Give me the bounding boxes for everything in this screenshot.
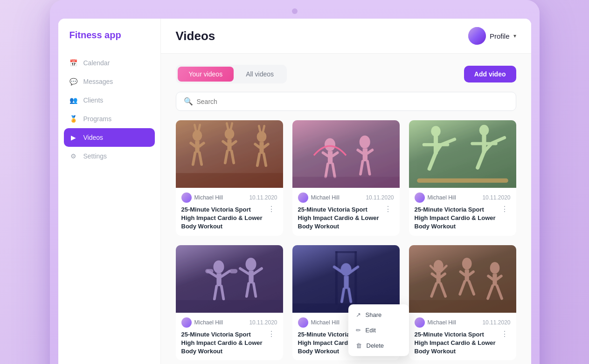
context-menu-item-delete[interactable]: 🗑Delete (348, 338, 409, 353)
video-card-1[interactable]: Michael Hill10.11.202025-Minute Victoria… (176, 120, 283, 236)
programs-icon: 🏅 (69, 115, 78, 123)
tab-all-videos[interactable]: All videos (235, 67, 285, 82)
videos-icon: ▶ (69, 133, 78, 142)
share-icon: ↗ (356, 311, 361, 318)
video-card-wrapper-1: Michael Hill10.11.202025-Minute Victoria… (176, 120, 283, 236)
video-meta-6: Michael Hill10.11.2020 (415, 317, 511, 328)
video-meta-1: Michael Hill10.11.2020 (181, 192, 277, 203)
tab-your-videos[interactable]: Your videos (178, 67, 234, 82)
avatar (468, 27, 486, 45)
calendar-icon: 📅 (69, 59, 78, 67)
author-avatar (181, 317, 192, 328)
title-row-2: 25-Minute Victoria Sport High Impact Car… (298, 206, 394, 231)
sidebar-item-label: Clients (83, 96, 104, 104)
author-name: Michael Hill (311, 194, 340, 201)
sidebar: Fitness app 📅 Calendar 💬 Messages 👥 Clie… (58, 19, 161, 364)
video-date-6: 10.11.2020 (482, 319, 510, 326)
chevron-down-icon: ▾ (513, 33, 516, 39)
share-label: Share (366, 311, 382, 318)
sidebar-item-messages[interactable]: 💬 Messages (58, 72, 160, 91)
sidebar-item-videos[interactable]: ▶ Videos (64, 128, 155, 147)
page-title: Videos (176, 29, 215, 43)
header: Videos Profile ▾ (161, 19, 531, 54)
video-author-4: Michael Hill (181, 317, 223, 328)
author-avatar (298, 192, 308, 203)
context-menu-item-edit[interactable]: ✏Edit (348, 323, 409, 338)
svg-point-39 (490, 262, 499, 274)
add-video-button[interactable]: Add video (464, 66, 516, 82)
context-menu: ↗Share✏Edit🗑Delete (348, 304, 409, 356)
sidebar-item-label: Videos (83, 134, 104, 141)
author-name: Michael Hill (194, 194, 223, 201)
video-card-wrapper-4: Michael Hill10.11.202025-Minute Victoria… (176, 245, 283, 361)
svg-rect-29 (354, 251, 357, 304)
context-menu-item-share[interactable]: ↗Share (348, 307, 409, 323)
sidebar-item-settings[interactable]: ⚙ Settings (58, 147, 160, 165)
messages-icon: 💬 (69, 77, 78, 86)
sidebar-item-label: Settings (83, 152, 107, 160)
svg-rect-10 (327, 151, 332, 164)
svg-point-13 (360, 137, 369, 147)
video-date-3: 10.11.2020 (482, 194, 510, 201)
video-meta-2: Michael Hill10.11.2020 (298, 192, 394, 203)
video-more-button-2[interactable]: ⋮ (382, 206, 394, 213)
title-row-6: 25-Minute Victoria Sport High Impact Car… (415, 330, 511, 356)
video-card-2[interactable]: Michael Hill10.11.202025-Minute Victoria… (292, 120, 400, 236)
clients-icon: 👥 (69, 96, 78, 104)
svg-rect-28 (335, 251, 338, 304)
app-container: Fitness app 📅 Calendar 💬 Messages 👥 Clie… (58, 19, 531, 364)
video-card-4[interactable]: Michael Hill10.11.202025-Minute Victoria… (176, 245, 283, 361)
svg-rect-15 (409, 120, 516, 188)
svg-rect-21 (216, 273, 221, 286)
sidebar-item-label: Calendar (83, 59, 110, 67)
video-more-button-1[interactable]: ⋮ (266, 206, 277, 213)
search-icon: 🔍 (184, 97, 193, 106)
svg-rect-26 (176, 300, 283, 312)
video-more-button-4[interactable]: ⋮ (266, 330, 277, 338)
video-author-5: Michael Hill (298, 317, 340, 328)
svg-rect-12 (362, 148, 367, 161)
laptop-notch (292, 8, 298, 14)
title-row-1: 25-Minute Victoria Sport High Impact Car… (181, 206, 277, 231)
svg-rect-41 (409, 300, 516, 312)
sidebar-item-label: Messages (83, 78, 113, 85)
svg-rect-18 (417, 179, 508, 183)
profile-button[interactable]: Profile ▾ (468, 27, 516, 45)
video-info-4: Michael Hill10.11.202025-Minute Victoria… (176, 313, 283, 361)
video-author-2: Michael Hill (298, 192, 340, 203)
video-card-wrapper-6: Michael Hill10.11.202025-Minute Victoria… (409, 245, 516, 361)
video-meta-4: Michael Hill10.11.2020 (181, 317, 277, 328)
author-name: Michael Hill (311, 319, 340, 326)
title-row-3: 25-Minute Victoria Sport High Impact Car… (415, 206, 511, 231)
video-card-3[interactable]: Michael Hill10.11.202025-Minute Victoria… (409, 120, 516, 236)
title-row-4: 25-Minute Victoria Sport High Impact Car… (181, 330, 277, 356)
sidebar-item-label: Programs (83, 115, 112, 123)
sidebar-item-clients[interactable]: 👥 Clients (58, 91, 160, 110)
svg-rect-32 (344, 276, 348, 289)
author-avatar (415, 317, 425, 328)
video-info-6: Michael Hill10.11.202025-Minute Victoria… (409, 313, 516, 361)
video-title-6: 25-Minute Victoria Sport High Impact Car… (415, 330, 497, 356)
video-more-button-3[interactable]: ⋮ (499, 206, 511, 213)
video-card-wrapper-2: Michael Hill10.11.202025-Minute Victoria… (292, 120, 400, 236)
search-input[interactable] (197, 98, 508, 105)
author-avatar (298, 317, 308, 328)
edit-label: Edit (366, 327, 376, 334)
sidebar-item-programs[interactable]: 🏅 Programs (58, 110, 160, 128)
author-name: Michael Hill (428, 319, 456, 326)
video-date-2: 10.11.2020 (366, 194, 394, 201)
svg-point-24 (245, 258, 256, 271)
svg-point-37 (462, 258, 471, 269)
video-info-1: Michael Hill10.11.202025-Minute Victoria… (176, 188, 283, 236)
sidebar-item-calendar[interactable]: 📅 Calendar (58, 54, 160, 72)
author-name: Michael Hill (194, 319, 223, 326)
video-title-2: 25-Minute Victoria Sport High Impact Car… (298, 206, 381, 231)
svg-rect-30 (335, 251, 357, 253)
delete-icon: 🗑 (356, 342, 362, 349)
video-more-button-6[interactable]: ⋮ (499, 330, 511, 338)
laptop-screen: Fitness app 📅 Calendar 💬 Messages 👥 Clie… (58, 19, 531, 364)
svg-point-9 (325, 138, 335, 151)
video-card-6[interactable]: Michael Hill10.11.202025-Minute Victoria… (409, 245, 516, 361)
video-card-wrapper-3: Michael Hill10.11.202025-Minute Victoria… (409, 120, 516, 236)
author-avatar (181, 192, 192, 203)
